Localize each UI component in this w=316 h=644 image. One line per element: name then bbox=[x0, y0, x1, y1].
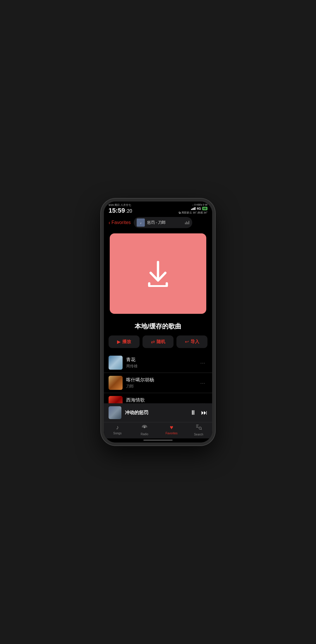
song-title-2: 喀什噶尔胡杨 bbox=[126, 377, 194, 383]
tab-radio[interactable]: Radio bbox=[131, 424, 158, 436]
import-button[interactable]: ↩ 导入 bbox=[176, 335, 207, 348]
signal-bar-2 bbox=[192, 208, 193, 210]
next-button[interactable]: ⏭ bbox=[201, 409, 207, 416]
song-list: 青花 周传雄 ··· 喀什噶尔胡杨 刀郎 ··· bbox=[104, 353, 212, 403]
shuffle-label: 随机 bbox=[157, 339, 165, 345]
songs-icon: ♪ bbox=[116, 424, 119, 431]
now-playing-title: 惩罚 - 刀郎 bbox=[147, 220, 183, 225]
now-playing-pill[interactable]: ♪ 惩罚 - 刀郎 bbox=[134, 217, 192, 228]
home-bar bbox=[143, 440, 173, 441]
mini-player-thumb bbox=[109, 406, 121, 419]
status-seconds: :20 bbox=[126, 209, 132, 214]
search-icon bbox=[195, 424, 202, 432]
tab-favorites-label: Favorites bbox=[166, 432, 178, 435]
network-type: 4G bbox=[197, 207, 201, 210]
song-artist-2: 刀郎 bbox=[126, 384, 194, 389]
radio-icon bbox=[141, 424, 148, 432]
import-label: 导入 bbox=[190, 339, 199, 345]
status-bar: 9/29 周日 八月廿七 15:59 :20 ↓ 0 KB/s 0 W 4G bbox=[104, 202, 212, 216]
tab-bar: ♪ Songs Radio ♥ Favorites bbox=[104, 422, 212, 438]
mini-player-controls: ⏸ ⏭ bbox=[190, 409, 207, 416]
song-item-2[interactable]: 喀什噶尔胡杨 刀郎 ··· bbox=[104, 373, 212, 393]
shuffle-button[interactable]: ⇄ 随机 bbox=[142, 335, 174, 348]
mini-player[interactable]: 冲动的惩罚 ⏸ ⏭ bbox=[104, 403, 212, 422]
song-more-1[interactable]: ··· bbox=[198, 358, 207, 367]
song-thumb-3 bbox=[109, 396, 123, 403]
album-section bbox=[104, 230, 212, 318]
tab-favorites[interactable]: ♥ Favorites bbox=[158, 424, 185, 436]
status-weather: 🌤 局部多云 30°,体感 34° bbox=[178, 211, 207, 215]
play-button[interactable]: ▶ 播放 bbox=[109, 335, 140, 348]
album-art bbox=[110, 233, 206, 314]
signal-bars bbox=[191, 207, 195, 210]
svg-line-8 bbox=[201, 429, 202, 430]
tab-search[interactable]: Search bbox=[185, 424, 212, 436]
song-info-1: 青花 周传雄 bbox=[126, 357, 194, 369]
signal-bar-3 bbox=[193, 208, 194, 210]
phone-frame: 9/29 周日 八月廿七 15:59 :20 ↓ 0 KB/s 0 W 4G bbox=[101, 199, 215, 445]
svg-point-3 bbox=[144, 426, 145, 428]
song-more-2[interactable]: ··· bbox=[198, 378, 207, 388]
main-content[interactable]: 本地/缓存的歌曲 ▶ 播放 ⇄ 随机 ↩ 导入 bbox=[104, 230, 212, 403]
song-info-3: 西海情歌 刀郎 bbox=[126, 397, 194, 404]
playlist-title: 本地/缓存的歌曲 bbox=[104, 318, 212, 335]
tab-radio-label: Radio bbox=[141, 433, 148, 436]
signal-bar-1 bbox=[191, 209, 192, 210]
action-buttons: ▶ 播放 ⇄ 随机 ↩ 导入 bbox=[104, 335, 212, 353]
pause-button[interactable]: ⏸ bbox=[190, 409, 196, 416]
status-left: 9/29 周日 八月廿七 15:59 :20 bbox=[109, 203, 132, 214]
nav-bar: ‹ Favorites ♪ 惩罚 - 刀郎 bbox=[104, 216, 212, 230]
tab-songs[interactable]: ♪ Songs bbox=[104, 424, 131, 436]
play-label: 播放 bbox=[122, 339, 131, 345]
shuffle-icon: ⇄ bbox=[151, 339, 155, 345]
song-more-3[interactable]: ··· bbox=[198, 399, 207, 404]
song-title-3: 西海情歌 bbox=[126, 397, 194, 403]
import-icon: ↩ bbox=[185, 339, 189, 345]
status-date: 9/29 周日 八月廿七 bbox=[109, 203, 132, 207]
status-right: ↓ 0 KB/s 0 W 4G 69 🌤 局部多云 30°,体感 34° bbox=[178, 203, 207, 215]
song-info-2: 喀什噶尔胡杨 刀郎 bbox=[126, 377, 194, 389]
status-time: 15:59 bbox=[109, 207, 125, 214]
mini-player-title: 冲动的惩罚 bbox=[125, 410, 186, 416]
now-playing-thumb: ♪ bbox=[137, 218, 145, 227]
song-item-1[interactable]: 青花 周传雄 ··· bbox=[104, 353, 212, 373]
back-chevron-icon: ‹ bbox=[109, 220, 110, 225]
favorites-icon: ♥ bbox=[170, 424, 173, 431]
song-title-1: 青花 bbox=[126, 357, 194, 363]
status-network: ↓ 0 KB/s 0 W bbox=[192, 203, 207, 206]
battery-badge: 69 bbox=[202, 207, 207, 210]
download-icon bbox=[145, 261, 171, 287]
tab-search-label: Search bbox=[194, 433, 203, 436]
home-indicator bbox=[104, 438, 212, 442]
back-label: Favorites bbox=[111, 220, 131, 225]
song-thumb-1 bbox=[109, 356, 123, 370]
svg-text:♪: ♪ bbox=[140, 221, 141, 225]
song-item-3[interactable]: 西海情歌 刀郎 ··· bbox=[104, 393, 212, 403]
song-artist-1: 周传雄 bbox=[126, 364, 194, 369]
signal-bar-4 bbox=[195, 207, 195, 210]
song-thumb-2 bbox=[109, 376, 123, 390]
status-icons: 4G 69 bbox=[191, 207, 207, 210]
play-icon: ▶ bbox=[117, 339, 121, 345]
phone-screen: 9/29 周日 八月廿七 15:59 :20 ↓ 0 KB/s 0 W 4G bbox=[104, 202, 212, 442]
tab-songs-label: Songs bbox=[113, 432, 121, 435]
back-button[interactable]: ‹ Favorites bbox=[109, 220, 131, 225]
equalizer-icon bbox=[185, 221, 189, 224]
